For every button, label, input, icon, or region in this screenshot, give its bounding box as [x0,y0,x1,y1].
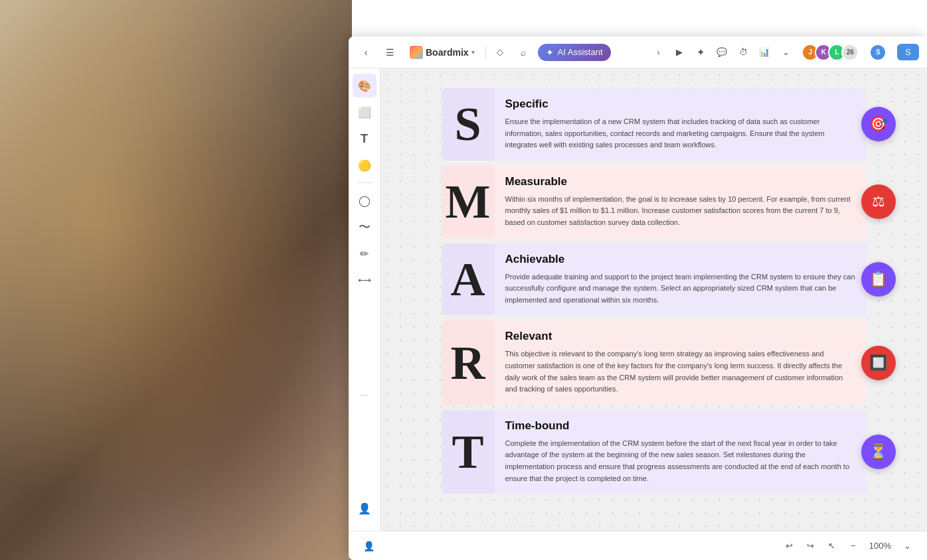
search-button[interactable]: ⌕ [514,43,533,62]
letter-cell-t: T [442,410,495,494]
redo-button[interactable]: ↪ [801,537,820,555]
content-cell-s: Specific Ensure the implementation of a … [495,88,867,161]
text-icon: T [361,132,368,146]
ai-icon: ✦ [546,47,554,58]
ai-assistant-button[interactable]: ✦ AI Assistant [538,44,611,61]
icon-t: ⏳ [861,435,896,469]
text-t: Complete the implementation of the CRM s… [505,438,856,484]
brand-name: Boardmix [426,47,469,58]
main-area: 🎨 ⬜ T 🟡 ◯ 〜 ✏ ⟷ ··· [349,68,927,531]
icon-a: 📋 [861,262,896,297]
topbar-icons: › ▶ ✦ 💬 ⏱ 📊 ⌄ [649,43,795,62]
share-label: S [905,47,911,57]
smart-row-m: M Measurable Within six months of implem… [442,166,867,238]
shape-tool-button[interactable]: ◯ [353,188,377,212]
icon-m: ⚖ [861,184,896,219]
sticky-tool-button[interactable]: 🟡 [353,153,377,177]
sticky-icon: 🟡 [358,159,371,172]
letter-cell-a: A [442,244,495,316]
smart-row-a: A Achievable Provide adequate training a… [442,244,867,316]
comment-button[interactable]: 💬 [713,43,731,62]
chevron-down-icon: ⌄ [782,47,790,57]
smart-row-t: T Time-bound Complete the implementation… [442,410,867,494]
bottom-left: 👤 [359,537,378,555]
bottom-tool-icon: 👤 [358,502,371,515]
letter-cell-r: R [442,320,495,404]
chart-icon: 📊 [759,47,770,57]
text-a: Provide adequate training and support to… [505,271,856,307]
letter-a: A [451,255,485,303]
content-cell-a: Achievable Provide adequate training and… [495,244,867,316]
eraser-icon: ✏ [360,247,369,260]
timer-icon: ⏱ [739,47,748,57]
menu-button[interactable]: ☰ [380,43,399,62]
title-t: Time-bound [505,419,856,433]
zoom-dropdown-button[interactable]: ⌄ [898,537,916,555]
left-toolbar: 🎨 ⬜ T 🟡 ◯ 〜 ✏ ⟷ ··· [349,68,380,531]
tag-icon: ◇ [497,47,503,57]
avatar-count: 26 [841,44,859,61]
app-window: ‹ ☰ Boardmix ▾ ◇ ⌕ ✦ AI Assistant › ▶ [349,36,927,560]
title-r: Relevant [505,330,856,343]
frame-icon: ⬜ [358,106,371,119]
zoom-out-button[interactable]: − [844,537,863,555]
content-cell-m: Measurable Within six months of implemen… [495,166,867,238]
chart-button[interactable]: 📊 [755,43,774,62]
current-user-avatar: S [869,44,886,61]
background-photo [0,0,352,560]
avatar-group: J K L 26 [805,44,859,61]
rainbow-tool-button[interactable]: 🎨 [353,74,377,98]
bottom-right: ↩ ↪ ↖ − 100% ⌄ [780,537,916,555]
text-s: Ensure the implementation of a new CRM s… [505,116,856,151]
pointer-icon: ↖ [828,541,835,551]
bottom-toolbar: 👤 ↩ ↪ ↖ − 100% ⌄ [349,531,927,560]
tools-more[interactable]: ··· [355,384,373,405]
letter-s: S [454,100,481,148]
tool-separator-1 [357,182,373,183]
letter-t: T [452,428,483,476]
celebrate-button[interactable]: ✦ [691,43,710,62]
play-button[interactable]: ▶ [670,43,689,62]
eraser-tool-button[interactable]: ✏ [353,242,377,265]
text-tool-button[interactable]: T [353,127,377,151]
topbar: ‹ ☰ Boardmix ▾ ◇ ⌕ ✦ AI Assistant › ▶ [349,36,927,68]
zoom-out-icon: − [851,541,856,551]
divider [485,46,486,59]
pointer-button[interactable]: ↖ [823,537,841,555]
comment-icon: 💬 [716,47,727,57]
celebrate-icon: ✦ [697,46,705,58]
smart-container: S Specific Ensure the implementation of … [442,88,867,494]
share-button[interactable]: S [897,44,919,60]
letter-cell-s: S [442,88,495,161]
more-dropdown-button[interactable]: ⌄ [776,43,795,62]
redo-icon: ↪ [807,541,814,551]
smart-row-s: S Specific Ensure the implementation of … [442,88,867,161]
brand-button[interactable]: Boardmix ▾ [404,43,480,62]
title-m: Measurable [505,175,856,188]
connector-tool-button[interactable]: ⟷ [353,268,377,292]
brand-logo-icon [410,46,423,59]
zoom-chevron-icon: ⌄ [904,541,911,551]
icon-s: 🎯 [861,107,896,141]
more-right-button[interactable]: › [649,43,667,62]
bottom-tool-button[interactable]: 👤 [353,496,377,520]
pen-tool-button[interactable]: 〜 [353,215,377,239]
ai-assistant-label: AI Assistant [558,47,603,57]
icon-r: 🔲 [861,346,896,380]
timer-button[interactable]: ⏱ [734,43,752,62]
back-button[interactable]: ‹ [357,43,375,62]
zoom-level: 100% [865,539,895,552]
smart-row-r: R Relevant This objective is relevant to… [442,320,867,404]
content-cell-t: Time-bound Complete the implementation o… [495,410,867,494]
title-s: Specific [505,98,856,111]
connector-icon: ⟷ [358,275,371,285]
presenter-icon: 👤 [363,541,375,551]
undo-button[interactable]: ↩ [780,537,799,555]
letter-cell-m: M [442,166,495,238]
canvas-area[interactable]: S Specific Ensure the implementation of … [380,68,927,531]
tag-button[interactable]: ◇ [491,44,509,60]
frame-tool-button[interactable]: ⬜ [353,100,377,124]
undo-icon: ↩ [786,541,793,551]
text-r: This objective is relevant to the compan… [505,348,856,395]
presenter-button[interactable]: 👤 [359,537,378,555]
